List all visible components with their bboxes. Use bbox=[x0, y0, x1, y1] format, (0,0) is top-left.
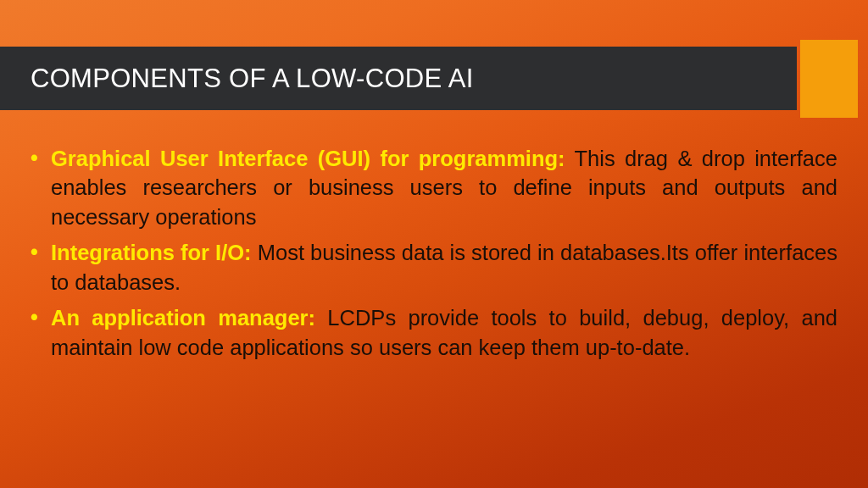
list-item-heading: Integrations for I/O: bbox=[51, 241, 252, 264]
list-item: An application manager: LCDPs provide to… bbox=[29, 303, 837, 362]
title-bar: COMPONENTS OF A LOW-CODE AI bbox=[0, 47, 797, 110]
slide-content: Graphical User Interface (GUI) for progr… bbox=[29, 144, 837, 369]
bullet-list: Graphical User Interface (GUI) for progr… bbox=[29, 144, 837, 362]
accent-square bbox=[800, 40, 858, 118]
list-item-heading: Graphical User Interface (GUI) for progr… bbox=[51, 147, 565, 170]
list-item-heading: An application manager: bbox=[51, 306, 315, 330]
list-item: Integrations for I/O: Most business data… bbox=[29, 238, 837, 297]
slide: COMPONENTS OF A LOW-CODE AI Graphical Us… bbox=[0, 0, 868, 488]
list-item: Graphical User Interface (GUI) for progr… bbox=[29, 144, 837, 231]
slide-title: COMPONENTS OF A LOW-CODE AI bbox=[31, 64, 474, 94]
